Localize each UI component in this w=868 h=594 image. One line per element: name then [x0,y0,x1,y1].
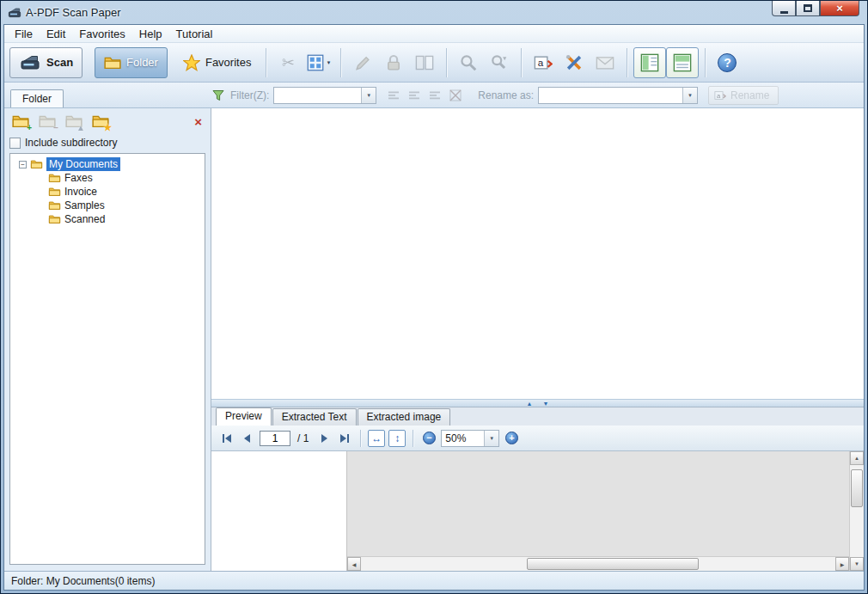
favorites-mode-button[interactable]: Favorites [174,47,260,78]
folder-icon [48,199,61,211]
favorite-folder-button[interactable]: ★ [89,111,112,132]
layout-vertical-button[interactable] [633,47,666,78]
menubar: File Edit Favorites Help Tutorial [4,25,864,43]
bottom-tabs: Preview Extracted Text Extracted image [211,407,864,426]
horizontal-scroll-thumb[interactable] [527,558,699,570]
rename-tool-button[interactable] [528,47,559,78]
chevron-down-icon: ▼ [682,88,697,103]
preview-page[interactable] [211,451,347,571]
close-button[interactable]: × [820,1,859,16]
toolbar-separator [266,48,266,77]
rename-combobox[interactable]: ▼ [538,87,698,104]
help-icon: ? [718,53,737,72]
rename-icon [534,53,553,72]
folder-mode-button[interactable]: Folder [95,47,168,78]
thumbnail-list-area[interactable] [211,108,864,399]
menu-tutorial[interactable]: Tutorial [169,26,220,42]
align-center-icon [407,89,421,102]
filter-funnel-icon [211,89,225,102]
window-controls: × [772,1,859,16]
horizontal-scroll-track[interactable] [361,557,835,571]
zoom-out-button[interactable]: − [420,430,437,447]
tree-item-scanned[interactable]: Scanned [10,212,205,226]
tree-item-label: Faxes [64,172,93,184]
tab-extracted-text[interactable]: Extracted Text [272,408,357,426]
tab-preview[interactable]: Preview [216,407,272,426]
star-icon [183,54,200,71]
horizontal-scrollbar[interactable]: ◀ ▶ [347,556,849,571]
app-window: A-PDF Scan Paper × File Edit Favorites H… [0,0,868,594]
folder-mode-label: Folder [126,56,158,69]
minimize-button[interactable] [772,1,796,16]
close-panel-button[interactable]: × [191,114,205,129]
vertical-scroll-track[interactable] [850,465,864,557]
fit-width-button[interactable]: ↔ [368,430,385,447]
scroll-left-button[interactable]: ◀ [347,557,361,571]
main-toolbar: Scan Folder Favorites ✂ ▼ [4,43,864,83]
folder-icon [48,186,61,198]
lock-icon [384,53,403,72]
zoom-combobox[interactable]: 50% ▼ [441,430,499,447]
include-subdirectory-checkbox[interactable] [9,138,21,149]
layout-vertical-icon [640,53,659,72]
vertical-scroll-thumb[interactable] [851,469,863,507]
zoom-value: 50% [445,432,466,444]
tree-item-samples[interactable]: Samples [10,199,205,212]
lock-button [378,47,409,78]
tree-item-faxes[interactable]: Faxes [10,171,205,185]
splitter-down-icon: ▼ [543,401,549,407]
help-button[interactable]: ? [712,47,743,78]
previous-page-button[interactable] [239,430,256,447]
settings-button[interactable] [559,47,590,78]
scroll-down-button[interactable]: ▼ [850,557,864,571]
zoom-in-button[interactable]: + [503,430,520,447]
search-icon [459,53,478,72]
toolbar-separator [627,48,627,77]
scan-button[interactable]: Scan [9,47,83,78]
new-folder-button[interactable]: + [9,111,32,132]
menu-help[interactable]: Help [132,26,169,42]
tools-icon [565,53,584,72]
maximize-button[interactable] [796,1,820,16]
toolbar-separator [446,48,447,77]
tree-item-my-documents[interactable]: − My Documents [10,157,205,171]
align-center-button [405,86,424,105]
last-page-button[interactable] [336,430,353,447]
rename-button-label: Rename [730,89,769,101]
first-page-button[interactable] [218,430,235,447]
fit-height-button[interactable]: ↕ [388,430,406,447]
menu-file[interactable]: File [8,26,40,42]
view-mode-button[interactable]: ▼ [303,47,334,78]
scroll-up-button[interactable]: ▲ [850,451,864,465]
zoom-in-icon: + [505,432,518,444]
tree-collapse-icon[interactable]: − [19,161,27,168]
page-number-input[interactable] [260,431,290,446]
menu-favorites[interactable]: Favorites [72,26,131,42]
next-page-icon [317,432,331,445]
scanner-icon [19,52,41,73]
fit-width-icon: ↔ [371,432,382,444]
panel-tab-region: Folder [4,83,211,107]
folder-panel-tab[interactable]: Folder [10,89,64,107]
split-panel-icon [415,53,434,72]
app-icon [8,6,21,20]
tab-extracted-image[interactable]: Extracted image [358,408,451,426]
grid-x-icon [449,89,462,102]
tree-item-label: Scanned [64,213,105,225]
status-bar: Folder: My Documents(0 items) [4,571,864,590]
filter-combobox[interactable]: ▼ [273,87,376,104]
fit-height-icon: ↕ [394,432,400,444]
panel-splitter[interactable]: ▲ ▼ [211,399,864,407]
include-subdirectory-label: Include subdirectory [25,137,117,149]
scan-button-label: Scan [46,56,73,69]
next-page-button[interactable] [315,430,333,447]
layout-horizontal-button[interactable] [666,47,699,78]
document-area: ▲ ▼ Preview Extracted Text Extracted ima… [211,108,864,571]
nav-separator [413,430,413,447]
tree-item-invoice[interactable]: Invoice [10,185,205,199]
menu-edit[interactable]: Edit [40,26,72,42]
bottom-panel: Preview Extracted Text Extracted image /… [211,407,864,571]
titlebar: A-PDF Scan Paper × [3,1,865,24]
scroll-right-button[interactable]: ▶ [835,557,849,571]
vertical-scrollbar[interactable]: ▲ ▼ [849,451,864,571]
